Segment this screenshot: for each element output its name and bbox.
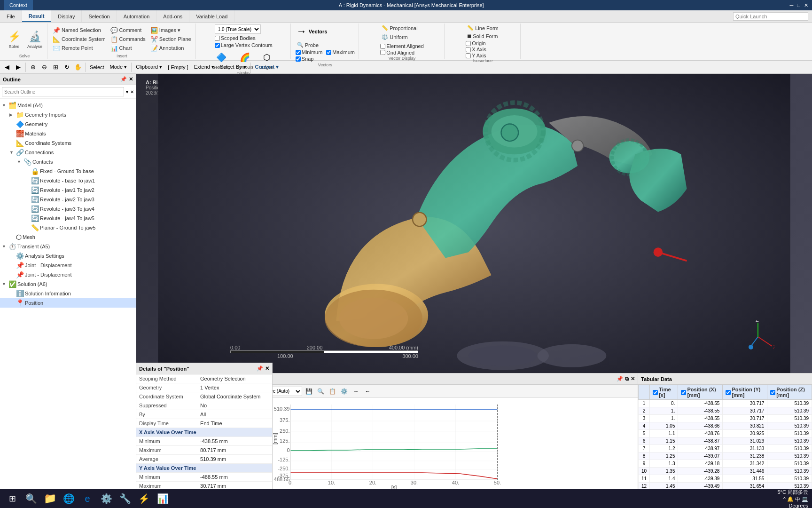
search-clear-btn[interactable]: ✕ [130,89,134,95]
ribbon-tab-selection[interactable]: Selection [82,10,117,22]
tree-revolute1[interactable]: 🔄 Revolute - base To jaw1 [0,176,136,185]
ribbon-tab-variable[interactable]: Variable Load [189,10,234,22]
taskbar-app3[interactable]: ⚡ [135,490,152,507]
graph-pin-btn[interactable]: 📌 [617,376,623,382]
x-axis-checkbox[interactable] [466,47,471,52]
minimum-checkbox[interactable] [296,50,301,55]
tree-planar[interactable]: 📏 Planar - Ground To jaw5 [0,223,136,232]
solve-button[interactable]: ⚡ Solve [5,28,23,50]
graph-forward-btn[interactable]: → [351,386,361,397]
tree-contacts[interactable]: ▼ 📎 Contacts [0,157,136,167]
ribbon-tab-display[interactable]: Display [51,10,82,22]
close-btn[interactable]: ✕ [804,2,808,8]
pan-btn[interactable]: ✋ [73,62,83,72]
zoom-out-btn[interactable]: ⊖ [39,62,49,72]
maximum-checkbox[interactable] [326,50,331,55]
tree-solution-info[interactable]: ℹ️ Solution Information [0,289,136,298]
solid-form-button[interactable]: ◼ Solid Form [466,32,499,40]
tree-geometry[interactable]: 🔷 Geometry [0,119,136,129]
empty-btn[interactable]: [ Empty ] [165,62,190,72]
scoped-bodies-checkbox[interactable] [215,36,220,41]
annotation-button[interactable]: 📝 Annotation [149,44,193,52]
col-posz-checkbox[interactable] [770,390,775,395]
line-form-button[interactable]: 📏 Line Form [466,24,500,32]
tree-revolute3[interactable]: 🔄 Revolute - jaw2 To jaw3 [0,195,136,204]
tree-revolute2[interactable]: 🔄 Revolute - jaw1 To jaw2 [0,185,136,195]
fit-btn[interactable]: ⊞ [50,62,61,72]
clipboard-btn[interactable]: Clipboard ▾ [133,62,164,72]
quick-launch-input[interactable] [733,12,808,21]
extend-btn[interactable]: Extend ▾ [192,62,217,72]
chart-button[interactable]: 📊 Chart [109,44,147,52]
tree-joint-disp2[interactable]: 📌 Joint - Displacement [0,270,136,279]
rotate-btn[interactable]: ↻ [62,62,72,72]
panel-close-btn[interactable]: ✕ [129,76,133,82]
tree-joint-disp1[interactable]: 📌 Joint - Displacement [0,261,136,270]
tree-revolute4[interactable]: 🔄 Revolute - jaw3 To jaw4 [0,204,136,214]
undo-btn[interactable]: ◀ [2,62,12,72]
maximize-btn[interactable]: □ [797,2,800,8]
tree-transient[interactable]: ▼ ⏱️ Transient (A5) [0,242,136,251]
ribbon-tab-automation[interactable]: Automation [117,10,157,22]
tree-geometry-imports[interactable]: ▶ 📁 Geometry Imports [0,110,136,119]
mode-btn[interactable]: Mode ▾ [108,62,130,72]
taskbar-search[interactable]: 🔍 [23,490,39,507]
analyse-button[interactable]: 🔬 Analyse [25,28,44,50]
panel-pin-btn[interactable]: 📌 [120,76,127,82]
redo-btn[interactable]: ▶ [13,62,23,72]
coordinate-system-button[interactable]: 📐 Coordinate System [51,35,107,43]
tree-model[interactable]: ▼ 🗂️ Model (A4) [0,101,136,110]
taskbar-app1[interactable]: ⚙️ [98,490,115,507]
taskbar-app2[interactable]: 🔧 [117,490,133,507]
graph-back-btn[interactable]: ← [362,386,373,397]
grid-aligned-checkbox[interactable] [380,50,385,55]
minimize-btn[interactable]: ─ [790,2,794,8]
col-posy-checkbox[interactable] [726,390,731,395]
ribbon-tab-file[interactable]: File [0,10,22,22]
col-posx-checkbox[interactable] [681,390,686,395]
viewport-3d[interactable]: A: Rigid Dynamics Position 2023/11/14 19… [136,74,812,373]
scale-dropdown[interactable]: 1.0 (True Scale) [215,24,261,34]
ribbon-tab-result[interactable]: Result [22,10,52,22]
graph-zoom-btn[interactable]: 🔍 [315,386,326,397]
props-close-btn[interactable]: ✕ [265,365,269,372]
col-time-checkbox[interactable] [653,390,658,395]
tree-materials[interactable]: 🧱 Materials [0,129,136,138]
snap-checkbox[interactable] [296,56,301,62]
uniform-button[interactable]: ⚖️ Uniform [380,33,409,40]
proportional-button[interactable]: 📏 Proportional [380,24,419,32]
graph-close-btn[interactable]: ✕ [631,376,635,382]
tree-position[interactable]: 📍 Position [0,298,136,308]
select-btn[interactable]: Select [87,62,107,72]
graph-export-btn[interactable]: 💾 [304,386,314,397]
element-aligned-checkbox[interactable] [380,44,385,49]
y-axis-checkbox[interactable] [466,53,471,58]
comment-button[interactable]: 💬 Comment [109,26,147,34]
probe-button[interactable]: 🔍 Probe [296,41,355,48]
section-plane-button[interactable]: ✂️ Section Plane [149,35,193,43]
tree-fixed[interactable]: 🔒 Fixed - Ground To base [0,167,136,176]
tree-solution[interactable]: ▼ ✅ Solution (A6) [0,279,136,289]
convert-btn[interactable]: Convert ▾ [253,62,281,72]
context-tab[interactable]: Context [4,0,33,10]
search-outline-input[interactable] [2,87,124,96]
named-selection-button[interactable]: 📌 Named Selection [51,26,107,34]
images-button[interactable]: 🖼️ Images ▾ [149,26,193,34]
tree-mesh[interactable]: ⬡ Mesh [0,232,136,242]
taskbar-explorer[interactable]: 📁 [41,490,58,507]
tree-connections[interactable]: ▼ 🔗 Connections [0,148,136,157]
taskbar-app4[interactable]: 📊 [154,490,171,507]
props-pin-btn[interactable]: 📌 [257,365,263,372]
select-by-btn[interactable]: Select By ▾ [218,62,249,72]
graph-settings-btn[interactable]: ⚙️ [339,386,349,397]
taskbar-chrome[interactable]: 🌐 [60,490,77,507]
large-vertex-checkbox[interactable] [215,43,220,48]
taskbar-edge[interactable]: e [79,490,96,507]
commands-button[interactable]: 📋 Commands [109,35,147,43]
ribbon-tab-addons[interactable]: Add-ons [156,10,189,22]
search-dropdown-btn[interactable]: ▾ [126,89,128,95]
vectors-button[interactable]: → Vectors [295,24,342,39]
tree-coord-systems[interactable]: 📐 Coordinate Systems [0,138,136,148]
tree-analysis-settings[interactable]: ⚙️ Analysis Settings [0,251,136,261]
graph-detach-btn[interactable]: ⧉ [625,376,629,382]
